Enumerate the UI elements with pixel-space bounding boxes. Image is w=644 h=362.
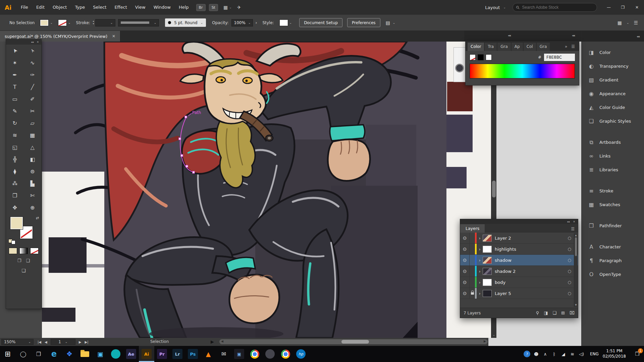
first-artboard-button[interactable]: |◀: [38, 340, 41, 344]
make-clipping-mask-icon[interactable]: ◨: [544, 310, 548, 315]
taskbar-store[interactable]: ▣: [93, 346, 108, 362]
taskbar-task-view[interactable]: ❐: [31, 346, 46, 362]
dock-item-character[interactable]: ACharacter: [588, 240, 644, 254]
layers-scroll-up-icon[interactable]: ▲: [574, 234, 578, 237]
layer-row-body[interactable]: ⊙›body○: [460, 277, 578, 288]
color-button[interactable]: [9, 248, 17, 254]
rectangle-tool[interactable]: ▭: [6, 93, 24, 105]
tab-close-icon[interactable]: ✕: [112, 34, 115, 39]
layers-scroll-down-icon[interactable]: ▼: [574, 304, 578, 306]
dock-item-color-guide[interactable]: ◭Color Guide: [588, 101, 644, 114]
menu-view[interactable]: View: [131, 0, 150, 15]
dock-item-color[interactable]: ◨Color: [588, 46, 644, 59]
dock-item-pathfinder[interactable]: ❒Pathfinder: [588, 219, 644, 233]
tools-close-icon[interactable]: ✕: [37, 41, 39, 44]
panel-tab-gra-5[interactable]: Gra: [537, 43, 550, 51]
fill-color-swatch[interactable]: [10, 217, 23, 229]
layers-scrollbar-thumb[interactable]: [575, 237, 577, 256]
tray-chevron-up[interactable]: ∧: [541, 346, 550, 362]
taskbar-dark-circle-app[interactable]: [262, 346, 278, 362]
restore-button[interactable]: ❐: [616, 2, 630, 12]
panel-tab-color-0[interactable]: Color: [468, 43, 484, 51]
dock-item-paragraph[interactable]: ¶Paragraph: [588, 254, 644, 267]
brush-definition-dropdown[interactable]: 5 pt. Round ⌄: [165, 18, 206, 27]
new-layer-icon[interactable]: ⊞: [561, 310, 565, 315]
expand-chevron-icon[interactable]: ›: [477, 280, 483, 285]
next-artboard-button[interactable]: ▶: [79, 340, 82, 344]
width-tool[interactable]: ≋: [6, 129, 24, 141]
scale-tool[interactable]: ▱: [24, 117, 42, 129]
color-spectrum[interactable]: [470, 64, 575, 78]
scroll-left-icon[interactable]: ◀: [221, 340, 223, 343]
taskbar-vlc[interactable]: ▲: [201, 346, 216, 362]
black-swatch-icon[interactable]: [478, 54, 484, 60]
type-tool[interactable]: T: [6, 81, 24, 93]
artboard-field[interactable]: 1 ⌄: [51, 339, 75, 345]
taskbar-hp[interactable]: hp: [293, 346, 309, 362]
opacity-panel-arrow-icon[interactable]: ›: [256, 20, 257, 25]
target-circle-icon[interactable]: ○: [568, 258, 571, 262]
layer-row-layer-5[interactable]: ⊙›Layer 5○: [460, 288, 578, 299]
tools-collapse-icon[interactable]: ◂◂: [31, 41, 34, 44]
align-icon[interactable]: ▤: [386, 20, 390, 25]
blend-tool[interactable]: ⊚: [24, 165, 42, 177]
target-circle-icon[interactable]: ○: [568, 291, 571, 296]
dock-item-appearance[interactable]: ◉Appearance: [588, 87, 644, 101]
variable-width-profile-dropdown[interactable]: ⌄: [118, 19, 159, 26]
layer-row-shadow-2[interactable]: ⊙›shadow 2○: [460, 266, 578, 277]
arrange-caret-icon[interactable]: ⌄: [229, 6, 232, 9]
expand-chevron-icon[interactable]: ›: [477, 247, 483, 252]
layer-row-highlights[interactable]: ⊙›highlights○: [460, 244, 578, 255]
taskbar-illustrator[interactable]: Ai: [139, 346, 154, 362]
workspace-switcher[interactable]: Layout ⌄: [485, 5, 506, 10]
expand-chevron-icon[interactable]: ›: [477, 291, 483, 296]
direct-selection-tool[interactable]: ➢: [24, 45, 42, 57]
dock-item-graphic-styles[interactable]: ❏Graphic Styles: [588, 114, 644, 128]
taskbar-mail[interactable]: ✉: [216, 346, 231, 362]
action-center-button[interactable]: ❒ 1: [631, 346, 644, 362]
target-circle-icon[interactable]: ○: [568, 236, 571, 240]
fill-color-dropdown[interactable]: ⌄: [40, 19, 53, 26]
taskbar-clock[interactable]: 1:51 PM 02/05/2018: [603, 349, 626, 359]
stock-search-input[interactable]: [522, 5, 593, 10]
dock-item-swatches[interactable]: ▦Swatches: [588, 198, 644, 212]
target-circle-icon[interactable]: ○: [568, 280, 571, 285]
visibility-eye-icon[interactable]: ⊙: [460, 233, 470, 243]
menu-help[interactable]: Help: [175, 0, 193, 15]
document-setup-button[interactable]: Document Setup: [299, 18, 342, 27]
menu-object[interactable]: Object: [49, 0, 71, 15]
taskbar-teal-app[interactable]: [108, 346, 123, 362]
artboard-tool[interactable]: ❐: [6, 189, 24, 201]
button-st[interactable]: St: [209, 4, 218, 11]
dock-item-libraries[interactable]: ≣Libraries: [588, 163, 644, 177]
change-screen-mode-icon[interactable]: ❏: [6, 268, 41, 273]
artwork-canvas[interactable]: Path: [42, 42, 491, 338]
taskbar-chrome-2[interactable]: [278, 346, 293, 362]
symbol-sprayer-tool[interactable]: ⁂: [6, 177, 24, 189]
delete-layer-icon[interactable]: ⌧: [570, 310, 575, 315]
dock-item-transparency[interactable]: ◐Transparency: [588, 59, 644, 73]
hex-value-field[interactable]: F8E8BC: [544, 54, 575, 61]
zoom-dropdown[interactable]: 150% ⌄: [1, 339, 34, 345]
layers-close-icon[interactable]: ✕: [573, 220, 575, 223]
perspective-grid-tool[interactable]: △: [24, 141, 42, 153]
menu-select[interactable]: Select: [89, 0, 110, 15]
panel-list-icon[interactable]: ☰: [634, 20, 638, 25]
panel-tab-ap-3[interactable]: Ap: [512, 43, 523, 51]
collapse-dock-icon-2[interactable]: ◂◂: [572, 34, 575, 37]
menu-window[interactable]: Window: [150, 0, 175, 15]
layers-collapse-icon[interactable]: ◂◂: [567, 220, 570, 223]
dock-item-artboards[interactable]: ⧉Artboards: [588, 135, 644, 149]
workspace-grid-icon[interactable]: ▦: [618, 20, 622, 25]
last-artboard-button[interactable]: ▶|: [85, 340, 88, 344]
dock-item-stroke[interactable]: ≡Stroke: [588, 184, 644, 198]
target-circle-icon[interactable]: ○: [568, 247, 571, 251]
target-circle-icon[interactable]: ○: [568, 269, 571, 274]
expand-chevron-icon[interactable]: ›: [477, 269, 483, 274]
align-caret-icon[interactable]: ⌄: [393, 21, 395, 24]
previous-artboard-button[interactable]: ◀: [45, 340, 47, 344]
scroll-down-icon[interactable]: ⌄: [491, 333, 496, 337]
color-panel-menu-icon[interactable]: ☰: [569, 44, 577, 51]
taskbar-search[interactable]: ◯: [15, 346, 31, 362]
taskbar-file-explorer[interactable]: [77, 346, 93, 362]
